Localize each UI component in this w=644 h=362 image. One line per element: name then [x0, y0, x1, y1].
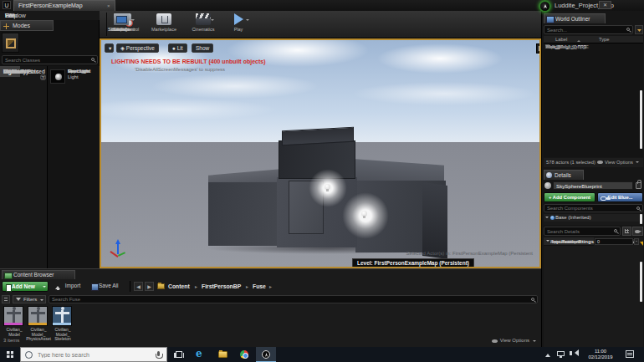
z-axis-icon — [117, 241, 119, 254]
item-label: Sky Light — [68, 69, 93, 74]
outliner-footer: 578 actors (1 selected) View Options — [544, 158, 643, 167]
taskbar-search-input[interactable] — [36, 348, 153, 361]
items-count: 3 items — [3, 338, 19, 343]
breadcrumb-firstpersonbp[interactable]: FirstPersonBP — [202, 282, 241, 292]
components-scrollbar[interactable] — [640, 214, 642, 224]
asset-thumbnail — [52, 306, 72, 326]
import-button[interactable]: Import — [52, 281, 87, 292]
play-button[interactable]: Play — [224, 13, 253, 37]
back-button[interactable]: ◀ — [134, 282, 143, 291]
outliner-search-input[interactable] — [544, 26, 632, 33]
world-outliner-tab[interactable]: World Outliner — [544, 13, 606, 23]
spinner-icon[interactable] — [634, 238, 639, 245]
details-search-input[interactable] — [544, 227, 620, 235]
revert-icon[interactable] — [640, 237, 643, 246]
breadcrumb-fuse[interactable]: Fuse — [253, 282, 266, 292]
chevron-right-icon: ▸ — [195, 282, 197, 292]
launch-icon — [114, 13, 129, 25]
outliner-list: Road_Edge_2-203StaticMeshA Road_Edge_2-2… — [544, 43, 643, 157]
lock-icon[interactable] — [636, 182, 641, 189]
chrome-button[interactable] — [234, 347, 254, 362]
level-tab[interactable]: FirstPersonExampleMap × — [13, 0, 115, 11]
main-toolbar: Save Current Source Control Content Mark… — [100, 11, 541, 38]
perspective-button[interactable]: ◈ Perspective — [116, 43, 159, 53]
marketplace-button[interactable]: Marketplace — [146, 13, 182, 37]
microphone-icon[interactable] — [157, 351, 160, 356]
breadcrumb-content[interactable]: Content — [168, 282, 190, 292]
sort-icon — [577, 38, 580, 42]
modes-categories: Recently Placed Basic Lights Cinematic V… — [0, 66, 48, 268]
y-axis-icon — [118, 252, 125, 257]
unreal-icon — [262, 350, 270, 359]
volume-tray-icon[interactable] — [570, 351, 572, 355]
sources-panel-icon[interactable] — [2, 295, 10, 303]
close-button[interactable]: ✕ — [599, 1, 611, 9]
unreal-taskbar-button[interactable] — [256, 347, 276, 362]
search-icon — [91, 58, 95, 61]
current-level-badge[interactable]: Level: FirstPersonExampleMap (Persistent… — [352, 258, 474, 268]
menu-help[interactable]: Help — [5, 13, 17, 18]
notification-center-icon[interactable] — [626, 350, 634, 358]
show-button[interactable]: Show — [192, 43, 213, 53]
save-all-button[interactable]: Save All — [89, 281, 127, 292]
details-scrollbar[interactable] — [640, 262, 642, 302]
edge-button[interactable]: e — [191, 347, 211, 362]
title-bar: U FirstPersonExampleMap × Luddite_Projec… — [0, 0, 644, 11]
search-icon — [636, 206, 640, 210]
display-filter-icon[interactable] — [632, 227, 643, 236]
outliner-scrollbar[interactable] — [640, 90, 642, 149]
type-column-header[interactable]: Type — [599, 37, 610, 42]
character-figure-icon — [13, 310, 15, 323]
taskbar-search — [20, 347, 167, 362]
add-component-button[interactable]: + Add Component — [544, 192, 595, 202]
start-button[interactable] — [0, 347, 20, 362]
viewport[interactable]: ▾ ◈ Perspective ● Lit Show LIGHTING NEED… — [100, 38, 541, 268]
geometry-mode-button[interactable] — [2, 33, 19, 53]
task-view-icon — [176, 351, 182, 358]
launch-button[interactable]: Launch — [105, 13, 138, 37]
outliner-filter-button[interactable] — [635, 25, 643, 34]
component-base-item[interactable]: Base (Inherited) — [544, 214, 643, 222]
add-new-button[interactable]: Add New — [2, 281, 49, 292]
cb-view-options[interactable]: View Options — [500, 338, 529, 343]
light-bulb-sprite[interactable] — [361, 211, 367, 217]
close-icon[interactable]: × — [107, 3, 112, 8]
modes-tab[interactable]: Modes — [0, 20, 54, 31]
chevron-right-icon: ▸ — [269, 282, 272, 292]
label-column-header[interactable]: Label — [555, 37, 567, 42]
file-explorer-button[interactable] — [212, 347, 233, 362]
actor-name-input[interactable] — [554, 182, 632, 189]
task-view-button[interactable] — [169, 347, 189, 362]
filters-button[interactable]: Filters — [13, 295, 46, 303]
modes-search-input[interactable] — [3, 56, 97, 64]
cinematics-button[interactable]: Cinematics — [185, 13, 222, 37]
asset-thumbnail — [3, 306, 23, 326]
components-search-input[interactable] — [544, 205, 642, 212]
axis-gizmo — [108, 239, 128, 263]
property-matrix-icon[interactable] — [622, 227, 631, 236]
component-sub-item[interactable] — [544, 222, 643, 225]
tray-expand-icon[interactable] — [545, 351, 550, 357]
help-icon — [40, 74, 46, 80]
category-all-classes[interactable]: All Classes — [0, 66, 33, 77]
lit-mode-button[interactable]: ● Lit — [168, 43, 187, 53]
display-tray-icon[interactable] — [557, 351, 565, 356]
content-browser-toolbar: Add New Import Save All ◀ ▶ Content ▸ Fi… — [2, 281, 539, 293]
table-row[interactable]: Tiles_8StaticMeshA — [544, 43, 545, 50]
file-explorer-icon — [218, 351, 227, 358]
content-browser-tab[interactable]: Content Browser — [2, 270, 75, 279]
edit-blueprint-button[interactable]: Edit Blue... — [597, 192, 643, 202]
filter-bar: Filters — [2, 294, 539, 304]
asset-grid: Civilian_ Model Civilian_ Model_ Physics… — [2, 306, 253, 338]
input-priority-input[interactable]: 0 — [595, 238, 633, 245]
light-bulb-sprite[interactable] — [325, 184, 330, 190]
outliner-header: Label Type — [544, 36, 643, 43]
taskbar-clock[interactable]: 11:00 02/12/2019 — [580, 349, 621, 360]
lighting-warning: LIGHTING NEEDS TO BE REBUILT (400 unbuil… — [111, 59, 265, 64]
forward-button[interactable]: ▶ — [145, 282, 154, 291]
unreal-editor-window: U FirstPersonExampleMap × Luddite_Projec… — [0, 0, 644, 362]
asset-search-input[interactable] — [49, 296, 537, 303]
viewport-options-button[interactable]: ▾ — [105, 43, 114, 53]
details-tab[interactable]: Details — [544, 170, 584, 180]
outliner-view-options[interactable]: View Options — [605, 158, 633, 167]
